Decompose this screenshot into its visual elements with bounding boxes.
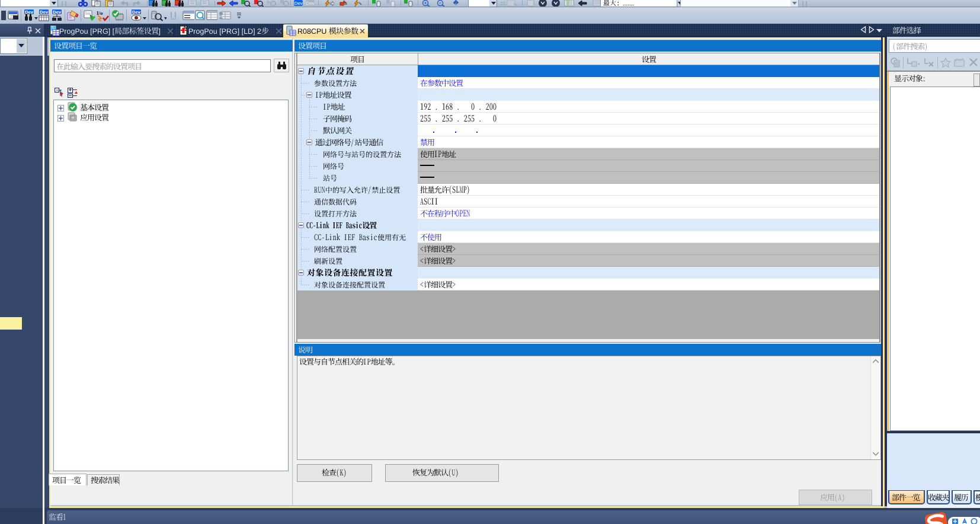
svg-text:I/o: I/o <box>97 10 103 16</box>
svg-text:Dev: Dev <box>40 9 49 15</box>
svg-text:Dev: Dev <box>25 9 34 15</box>
svg-text:Dev: Dev <box>53 9 62 15</box>
svg-text:Dev: Dev <box>294 1 302 6</box>
svg-text:Dev: Dev <box>132 9 141 15</box>
svg-text:Dev: Dev <box>306 1 314 6</box>
